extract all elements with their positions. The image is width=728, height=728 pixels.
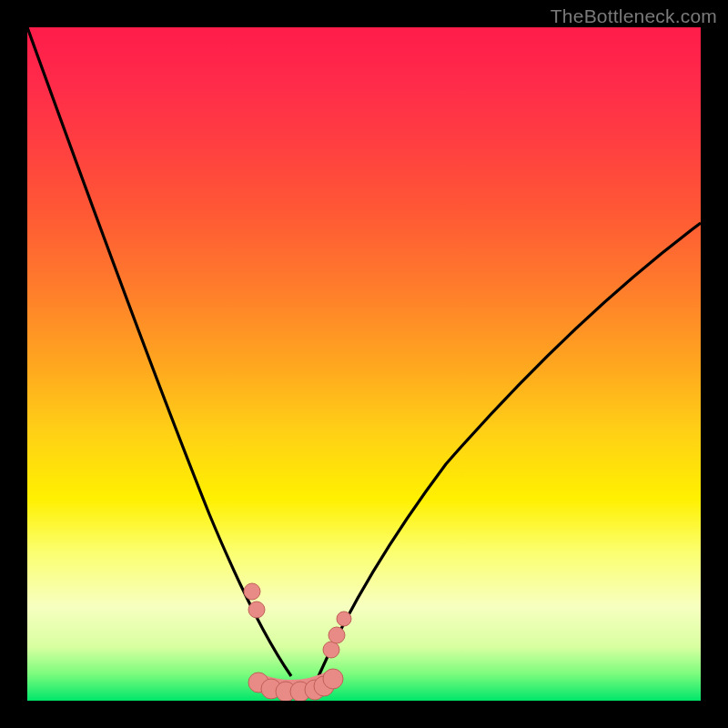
plot-area <box>27 27 701 701</box>
data-dot <box>248 602 265 618</box>
data-dot <box>329 627 345 643</box>
data-dot <box>244 583 260 600</box>
chart-svg <box>27 27 701 701</box>
dots-group <box>244 583 351 701</box>
data-dot <box>337 612 351 626</box>
left-curve <box>27 27 291 676</box>
data-dot <box>323 642 339 658</box>
data-dot <box>323 669 343 689</box>
watermark-text: TheBottleneck.com <box>551 5 717 27</box>
right-curve <box>318 223 701 676</box>
